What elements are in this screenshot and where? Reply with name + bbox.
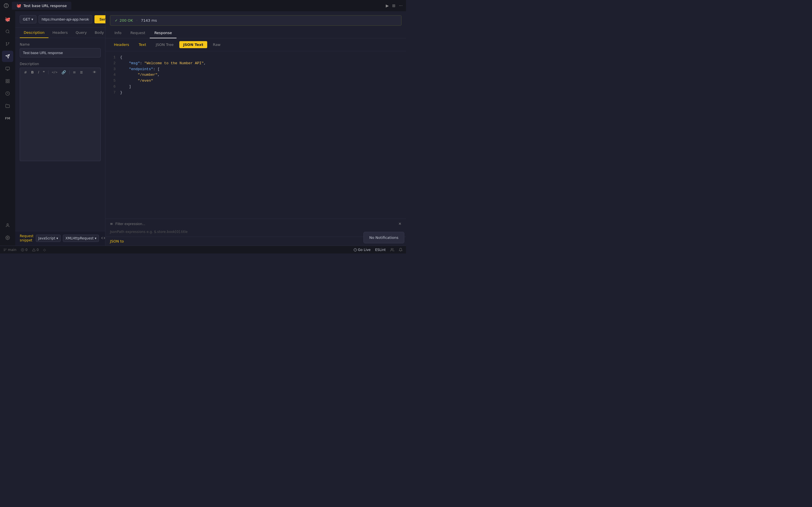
go-live-button[interactable]: Go Live xyxy=(354,248,371,252)
link-button[interactable]: 🔗 xyxy=(60,69,67,75)
run-button[interactable]: ▶ xyxy=(386,3,389,8)
json-to-label: JSON to xyxy=(110,239,124,243)
sidebar-item-fm[interactable]: FM xyxy=(2,113,13,124)
svg-rect-17 xyxy=(6,81,7,83)
svg-point-24 xyxy=(4,250,4,251)
filter-icon: ≡ xyxy=(110,222,113,226)
diamond-item[interactable]: ◇ xyxy=(43,248,46,252)
svg-point-1 xyxy=(6,4,7,5)
sidebar-bottom xyxy=(2,220,13,243)
svg-point-20 xyxy=(7,224,8,225)
status-ok: ✓ 200 OK xyxy=(115,18,133,22)
rtab-info[interactable]: Info xyxy=(110,28,126,38)
sidebar-item-user[interactable] xyxy=(2,220,13,231)
notification-text: No Notifications xyxy=(369,235,398,240)
user-icon-bottom[interactable] xyxy=(390,248,394,252)
menu-button[interactable]: ··· xyxy=(399,3,403,8)
sub-tabs: Headers Text JSON Tree JSON Text Raw xyxy=(105,38,406,51)
errors-count[interactable]: 0 xyxy=(21,248,28,252)
tab-description[interactable]: Description xyxy=(20,27,49,38)
toolbar-sep-2 xyxy=(69,70,70,74)
svg-point-8 xyxy=(8,43,9,43)
right-panel: ✓ 200 OK · 7143 ms Info Request Response… xyxy=(105,11,406,245)
svg-point-21 xyxy=(7,237,8,238)
list-button[interactable]: ≣ xyxy=(79,69,84,75)
svg-point-7 xyxy=(6,45,7,46)
description-editor[interactable] xyxy=(20,76,101,161)
warnings-count[interactable]: 0 xyxy=(32,248,39,252)
stab-jsontext[interactable]: JSON Text xyxy=(179,41,207,48)
heading-button[interactable]: # xyxy=(23,69,28,75)
description-toolbar: # B I ❝ </> 🔗 ≡ ≣ 👁 xyxy=(20,68,101,76)
snippet-footer: Request snippet JavaScript ▾ XMLHttpRequ… xyxy=(15,231,105,245)
eslint-label[interactable]: ESLint xyxy=(375,248,386,252)
svg-rect-16 xyxy=(8,79,9,81)
bottom-bar-right: Go Live ESLint xyxy=(354,248,403,252)
main-layout: 🐙 FM xyxy=(0,11,406,245)
language-select[interactable]: JavaScript ▾ xyxy=(36,235,61,242)
name-input[interactable] xyxy=(20,48,101,57)
rtab-response[interactable]: Response xyxy=(150,28,176,38)
response-tabs: Info Request Response xyxy=(105,28,406,38)
git-branch-name: main xyxy=(8,248,16,252)
sidebar-item-grid[interactable] xyxy=(2,75,13,87)
filter-input[interactable] xyxy=(115,222,396,226)
status-time: 7143 ms xyxy=(141,18,157,22)
code-line-6: 6 ] xyxy=(110,84,402,90)
code-line-4: 4 "/number", xyxy=(110,72,402,78)
left-tabs: Description Headers Query Body Auth xyxy=(15,27,105,38)
sidebar-item-send[interactable] xyxy=(2,51,13,62)
stab-raw[interactable]: Raw xyxy=(209,41,224,48)
url-input[interactable] xyxy=(39,15,92,23)
svg-rect-15 xyxy=(6,79,7,81)
tab-title: Test base URL response xyxy=(23,4,67,8)
code-button[interactable]: </> xyxy=(51,70,59,75)
check-icon: ✓ xyxy=(115,18,118,22)
quote-button[interactable]: ❝ xyxy=(42,69,46,75)
sidebar-item-git[interactable] xyxy=(2,38,13,50)
layout-button[interactable]: ⊞ xyxy=(392,3,396,8)
stab-headers[interactable]: Headers xyxy=(110,41,133,48)
svg-rect-18 xyxy=(8,81,9,83)
svg-line-5 xyxy=(8,33,9,33)
filter-bar: ≡ ✕ xyxy=(105,219,406,229)
name-label: Name xyxy=(20,43,101,47)
code-line-2: 2 "msg": "Welcome to the Number API", xyxy=(110,61,402,66)
sidebar-item-logo[interactable]: 🐙 xyxy=(2,13,13,25)
app-icon xyxy=(3,3,9,8)
request-bar: GET ▾ Send ➤ xyxy=(15,11,105,27)
preview-button[interactable]: 👁 xyxy=(92,69,98,75)
title-bar: 🐙 Test base URL response ▶ ⊞ ··· xyxy=(0,0,406,11)
sidebar-item-settings[interactable] xyxy=(2,232,13,243)
sidebar-item-search[interactable] xyxy=(2,26,13,37)
snippet-label-2: snippet xyxy=(20,238,34,243)
code-line-5: 5 "/even" xyxy=(110,78,402,84)
tab-icon: 🐙 xyxy=(16,3,21,8)
status-code: 200 OK xyxy=(119,18,133,22)
rtab-request[interactable]: Request xyxy=(126,28,150,38)
align-button[interactable]: ≡ xyxy=(72,69,77,75)
git-branch[interactable]: main xyxy=(3,248,16,252)
bold-button[interactable]: B xyxy=(30,69,35,75)
notification-icon[interactable] xyxy=(399,248,403,252)
sidebar: 🐙 FM xyxy=(0,11,15,245)
bottom-bar: main 0 0 ◇ Go Live ESLint xyxy=(0,245,406,253)
tab-headers[interactable]: Headers xyxy=(49,27,71,38)
stab-text[interactable]: Text xyxy=(135,41,150,48)
active-tab[interactable]: 🐙 Test base URL response xyxy=(12,2,71,10)
status-bar: ✓ 200 OK · 7143 ms xyxy=(110,15,402,25)
sidebar-item-folder[interactable] xyxy=(2,100,13,112)
italic-button[interactable]: I xyxy=(37,69,40,75)
sidebar-item-history[interactable] xyxy=(2,88,13,99)
form-area: Name Description # B I ❝ </> 🔗 ≡ ≣ 👁 xyxy=(15,38,105,231)
jsonpath-hint: JsonPath expressions e.g. $.store.book[0… xyxy=(105,229,406,237)
status-divider: · xyxy=(137,18,138,22)
stab-jsontree[interactable]: JSON Tree xyxy=(152,41,177,48)
copy-code-button[interactable] xyxy=(101,236,105,241)
svg-point-25 xyxy=(6,249,6,249)
library-select[interactable]: XMLHttpRequest ▾ xyxy=(63,235,99,242)
sidebar-item-monitor[interactable] xyxy=(2,63,13,74)
tab-query[interactable]: Query xyxy=(71,27,91,38)
method-select[interactable]: GET ▾ xyxy=(20,15,36,23)
filter-close-button[interactable]: ✕ xyxy=(398,222,402,226)
